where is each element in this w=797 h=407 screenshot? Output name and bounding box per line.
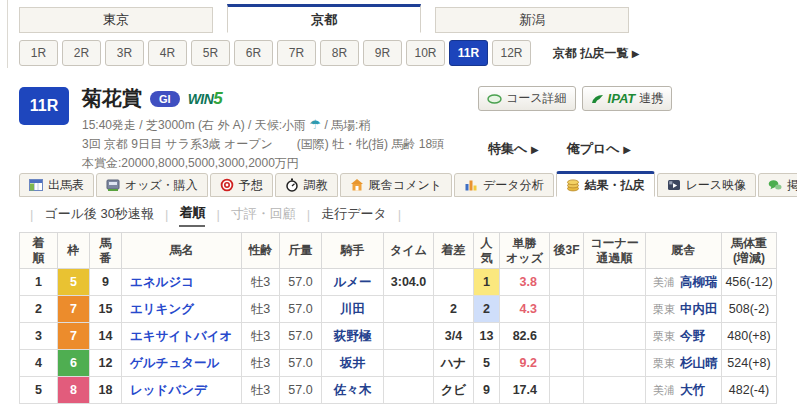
race-button-1r[interactable]: 1R <box>19 40 58 66</box>
column-header: 着 順 <box>20 233 58 269</box>
column-header: 単勝 オッズ <box>500 233 550 269</box>
last3f-cell <box>550 323 584 350</box>
jockey-link[interactable]: 川田 <box>340 302 365 316</box>
race-result-page: 東京 京都 新潟 1R2R3R4R5R6R7R8R9R10R11R12R 京都 … <box>0 0 797 407</box>
tab-prediction[interactable]: 予想 <box>210 173 273 197</box>
time-cell <box>384 377 434 404</box>
race-title: 菊花賞 <box>82 85 142 112</box>
last3f-cell <box>550 350 584 377</box>
ipat-link-button[interactable]: IPAT 連携 <box>582 86 673 111</box>
horse-weight-cell: 482(-4) <box>722 377 777 404</box>
horse-name-cell: エキサイトバイオ <box>122 323 242 350</box>
subtab-finish-order[interactable]: 着順 <box>179 201 205 227</box>
venue-tab-kyoto[interactable]: 京都 <box>227 4 421 33</box>
time-cell <box>384 296 434 323</box>
special-feature-link[interactable]: 特集へ ▶ <box>488 140 539 158</box>
race-button-2r[interactable]: 2R <box>62 40 101 66</box>
horse-name-cell: エリキング <box>122 296 242 323</box>
tab-race-video[interactable]: レース映像 <box>657 173 757 197</box>
race-number-buttons: 1R2R3R4R5R6R7R8R9R10R11R12R <box>19 40 531 66</box>
stable-cell: 美浦高柳瑞 <box>646 269 722 296</box>
horse-name-link[interactable]: ゲルチュタール <box>130 356 219 370</box>
subtab-running-data[interactable]: 走行データ <box>321 202 387 226</box>
margin-cell: ハナ <box>434 350 474 377</box>
race-button-3r[interactable]: 3R <box>105 40 144 66</box>
last3f-cell <box>550 377 584 404</box>
trainer-link[interactable]: 杉山晴 <box>680 356 718 370</box>
horse-name-cell: ゲルチュタール <box>122 350 242 377</box>
popularity-cell: 2 <box>474 296 500 323</box>
race-info-line2: 3回 京都 9日目 サラ系3歳 オープン (国際) 牡・牝(指) 馬齢 18頭 <box>82 135 444 154</box>
orepro-link[interactable]: 俺プロへ ▶ <box>567 140 631 158</box>
race-button-12r[interactable]: 12R <box>492 40 531 66</box>
trainer-link[interactable]: 高柳瑞 <box>680 275 718 289</box>
time-cell <box>384 350 434 377</box>
horse-name-link[interactable]: エキサイトバイオ <box>130 329 232 343</box>
stable-region: 栗東 <box>653 357 675 369</box>
race-button-9r[interactable]: 9R <box>363 40 402 66</box>
stable-cell: 栗東杉山晴 <box>646 350 722 377</box>
time-cell: 3:04.0 <box>384 269 434 296</box>
race-button-11r[interactable]: 11R <box>449 40 488 66</box>
subtab-divider: | <box>216 207 219 222</box>
margin-cell: 2 <box>434 296 474 323</box>
carried-weight-cell: 57.0 <box>280 323 322 350</box>
horse-name-link[interactable]: エネルジコ <box>130 275 194 289</box>
odds-purchase-icon <box>106 178 120 192</box>
result-row: 5818レッドバンデ牡357.0佐々木クビ917.4美浦大竹482(-4) <box>20 377 777 404</box>
race-selector-row: 1R2R3R4R5R6R7R8R9R10R11R12R 京都 払戻一覧 ▶ <box>19 39 778 67</box>
course-detail-button[interactable]: コース詳細 <box>478 86 576 111</box>
subtab-divider: | <box>30 207 33 222</box>
race-button-10r[interactable]: 10R <box>406 40 445 66</box>
venue-tab-tokyo[interactable]: 東京 <box>19 7 213 33</box>
race-button-5r[interactable]: 5R <box>191 40 230 66</box>
carried-weight-cell: 57.0 <box>280 377 322 404</box>
stable-region: 美浦 <box>653 384 675 396</box>
horse-name-link[interactable]: レッドバンデ <box>130 383 207 397</box>
position-cell: 2 <box>20 296 58 323</box>
subtab-divider: | <box>398 207 401 222</box>
subtab-divider: | <box>165 207 168 222</box>
position-cell: 3 <box>20 323 58 350</box>
tab-training[interactable]: 調教 <box>275 173 338 197</box>
grade-badge: GI <box>150 91 180 107</box>
jockey-cell: ルメー <box>322 269 384 296</box>
stable-region: 栗東 <box>653 303 675 315</box>
race-button-6r[interactable]: 6R <box>234 40 273 66</box>
horse-name-link[interactable]: エリキング <box>130 302 194 316</box>
race-button-4r[interactable]: 4R <box>148 40 187 66</box>
payout-list-link[interactable]: 京都 払戻一覧 ▶ <box>553 45 639 62</box>
position-cell: 4 <box>20 350 58 377</box>
arrow-right-icon: ▶ <box>632 48 640 59</box>
tab-data-analysis[interactable]: データ分析 <box>454 173 554 197</box>
subtab-goal-flash[interactable]: ゴール後 30秒速報 <box>44 202 154 226</box>
result-table: 着 順枠馬 番馬名性齢斤量騎手タイム着差人 気単勝 オッズ後3Fコーナー 通過順… <box>19 232 777 404</box>
tab-stable-comment[interactable]: 厩舎コメント <box>340 173 452 197</box>
popularity-cell: 13 <box>474 323 500 350</box>
subtab-divider: | <box>307 207 310 222</box>
jockey-link[interactable]: ルメー <box>333 275 371 289</box>
result-row: 2715エリキング牡357.0川田224.3栗東中内田508(-2) <box>20 296 777 323</box>
tab-odds-purchase[interactable]: オッズ・購入 <box>96 173 208 197</box>
jockey-link[interactable]: 佐々木 <box>334 383 372 397</box>
column-header: 後3F <box>550 233 584 269</box>
race-info-line3: 本賞金:20000,8000,5000,3000,2000万円 <box>82 154 444 173</box>
race-button-7r[interactable]: 7R <box>277 40 316 66</box>
result-table-header-row: 着 順枠馬 番馬名性齢斤量騎手タイム着差人 気単勝 オッズ後3Fコーナー 通過順… <box>20 233 777 269</box>
tab-result-payout[interactable]: 結果・払戻 <box>556 171 655 197</box>
jockey-cell: 川田 <box>322 296 384 323</box>
stable-cell: 栗東中内田 <box>646 296 722 323</box>
column-header: 馬名 <box>122 233 242 269</box>
tab-entry-table[interactable]: 出馬表 <box>19 173 94 197</box>
jockey-link[interactable]: 荻野極 <box>334 329 372 343</box>
win5-logo: WIN5 <box>188 89 223 109</box>
horse-number-cell: 14 <box>90 323 122 350</box>
tab-bbs[interactable]: 掲示板 <box>758 173 797 197</box>
horse-name-cell: レッドバンデ <box>122 377 242 404</box>
race-button-8r[interactable]: 8R <box>320 40 359 66</box>
trainer-link[interactable]: 今野 <box>680 329 705 343</box>
trainer-link[interactable]: 中内田 <box>680 302 718 316</box>
trainer-link[interactable]: 大竹 <box>680 383 705 397</box>
jockey-link[interactable]: 坂井 <box>340 356 365 370</box>
venue-tab-niigata[interactable]: 新潟 <box>435 7 629 33</box>
